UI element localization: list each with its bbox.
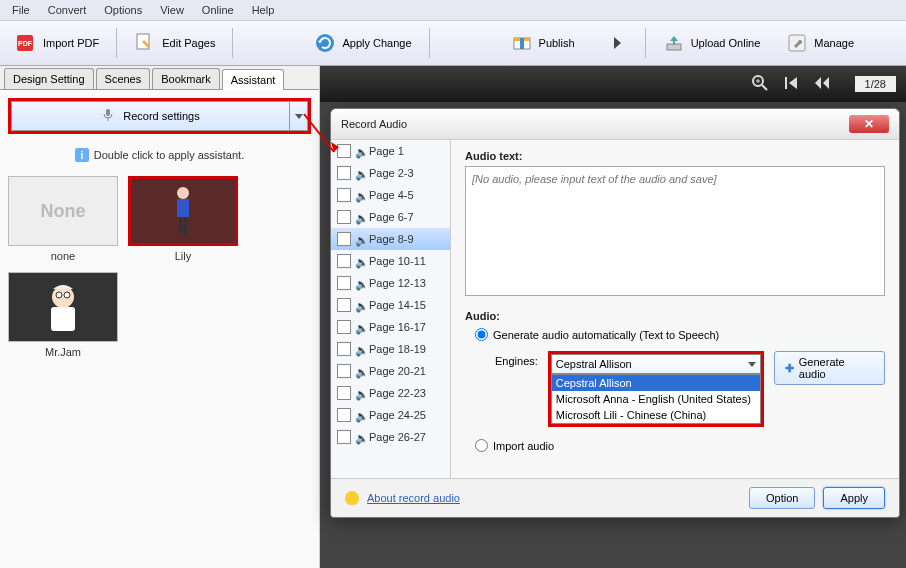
audio-label: Audio: bbox=[465, 310, 885, 322]
tab-bookmark[interactable]: Bookmark bbox=[152, 68, 220, 89]
page-icon bbox=[337, 298, 351, 312]
page-icon bbox=[337, 408, 351, 422]
engine-option[interactable]: Microsoft Anna - English (United States) bbox=[552, 391, 760, 407]
svg-rect-12 bbox=[177, 199, 189, 217]
thumb-lily[interactable]: Lily bbox=[128, 176, 238, 262]
generate-audio-button[interactable]: ✚ Generate audio bbox=[774, 351, 885, 385]
page-item[interactable]: 🔈Page 2-3 bbox=[331, 162, 450, 184]
close-button[interactable]: ✕ bbox=[849, 115, 889, 133]
page-item[interactable]: 🔈Page 22-23 bbox=[331, 382, 450, 404]
radio-import-input[interactable] bbox=[475, 439, 488, 452]
manage-label: Manage bbox=[814, 37, 854, 49]
microphone-icon bbox=[101, 108, 115, 124]
menu-view[interactable]: View bbox=[152, 2, 192, 18]
chevron-down-icon bbox=[748, 362, 756, 367]
svg-rect-6 bbox=[520, 38, 524, 49]
page-icon bbox=[337, 386, 351, 400]
record-settings-dropdown[interactable] bbox=[290, 101, 308, 131]
page-item[interactable]: 🔈Page 8-9 bbox=[331, 228, 450, 250]
sound-icon: 🔈 bbox=[355, 168, 365, 178]
page-item[interactable]: 🔈Page 24-25 bbox=[331, 404, 450, 426]
page-item[interactable]: 🔈Page 18-19 bbox=[331, 338, 450, 360]
more-icon[interactable] bbox=[614, 37, 621, 49]
apply-button[interactable]: Apply bbox=[823, 487, 885, 509]
page-item[interactable]: 🔈Page 12-13 bbox=[331, 272, 450, 294]
record-audio-dialog: Record Audio ✕ 🔈Page 1 🔈Page 2-3 🔈Page 4… bbox=[330, 108, 900, 518]
sound-icon: 🔈 bbox=[355, 278, 365, 288]
upload-online-button[interactable]: Upload Online bbox=[652, 27, 772, 59]
tab-assistant[interactable]: Assistant bbox=[222, 69, 285, 90]
svg-rect-9 bbox=[106, 109, 110, 116]
engine-option[interactable]: Cepstral Allison bbox=[552, 375, 760, 391]
generate-audio-label: Generate audio bbox=[799, 356, 874, 380]
page-item[interactable]: 🔈Page 4-5 bbox=[331, 184, 450, 206]
tab-scenes[interactable]: Scenes bbox=[96, 68, 151, 89]
menu-online[interactable]: Online bbox=[194, 2, 242, 18]
edit-pages-button[interactable]: Edit Pages bbox=[123, 27, 226, 59]
page-item[interactable]: 🔈Page 1 bbox=[331, 140, 450, 162]
page-icon bbox=[337, 364, 351, 378]
import-pdf-label: Import PDF bbox=[43, 37, 99, 49]
thumb-label: Mr.Jam bbox=[8, 346, 118, 358]
thumb-none[interactable]: None none bbox=[8, 176, 118, 262]
radio-generate[interactable]: Generate audio automatically (Text to Sp… bbox=[475, 328, 885, 341]
thumbnail-grid: None none Lily Mr.Jam bbox=[0, 168, 319, 366]
option-button[interactable]: Option bbox=[749, 487, 815, 509]
page-icon bbox=[337, 320, 351, 334]
page-item[interactable]: 🔈Page 10-11 bbox=[331, 250, 450, 272]
page-icon bbox=[337, 430, 351, 444]
manage-button[interactable]: Manage bbox=[775, 27, 865, 59]
sound-icon: 🔈 bbox=[355, 212, 365, 222]
publish-button[interactable]: Publish bbox=[500, 27, 586, 59]
engine-highlight: Cepstral Allison Cepstral Allison Micros… bbox=[548, 351, 764, 427]
chevron-down-icon bbox=[295, 114, 303, 119]
publish-icon bbox=[511, 32, 533, 54]
avatar-lily-icon bbox=[163, 181, 203, 241]
svg-rect-13 bbox=[179, 217, 182, 235]
page-item[interactable]: 🔈Page 20-21 bbox=[331, 360, 450, 382]
page-item[interactable]: 🔈Page 6-7 bbox=[331, 206, 450, 228]
tab-design-setting[interactable]: Design Setting bbox=[4, 68, 94, 89]
hint-text: Double click to apply assistant. bbox=[94, 149, 244, 161]
menu-help[interactable]: Help bbox=[244, 2, 283, 18]
page-item[interactable]: 🔈Page 14-15 bbox=[331, 294, 450, 316]
menu-options[interactable]: Options bbox=[96, 2, 150, 18]
apply-change-label: Apply Change bbox=[342, 37, 411, 49]
menu-file[interactable]: File bbox=[4, 2, 38, 18]
none-placeholder: None bbox=[41, 201, 86, 222]
engine-option[interactable]: Microsoft Lili - Chinese (China) bbox=[552, 407, 760, 423]
about-link[interactable]: About record audio bbox=[367, 492, 460, 504]
page-indicator: 1/28 bbox=[855, 76, 896, 92]
radio-generate-input[interactable] bbox=[475, 328, 488, 341]
svg-text:PDF: PDF bbox=[18, 40, 33, 47]
sound-icon: 🔈 bbox=[355, 388, 365, 398]
audio-text-input[interactable] bbox=[465, 166, 885, 296]
menubar: File Convert Options View Online Help bbox=[0, 0, 906, 21]
page-item[interactable]: 🔈Page 16-17 bbox=[331, 316, 450, 338]
menu-convert[interactable]: Convert bbox=[40, 2, 95, 18]
page-icon bbox=[337, 188, 351, 202]
sound-icon: 🔈 bbox=[355, 432, 365, 442]
svg-line-20 bbox=[762, 85, 767, 90]
page-icon bbox=[337, 210, 351, 224]
sound-icon: 🔈 bbox=[355, 234, 365, 244]
apply-change-button[interactable]: Apply Change bbox=[303, 27, 422, 59]
thumb-mrjam[interactable]: Mr.Jam bbox=[8, 272, 118, 358]
zoom-in-icon[interactable] bbox=[751, 74, 769, 94]
page-icon bbox=[337, 144, 351, 158]
prev-page-icon[interactable] bbox=[813, 75, 831, 93]
page-item[interactable]: 🔈Page 26-27 bbox=[331, 426, 450, 448]
viewer: 1/28 Record Audio ✕ 🔈Page 1 🔈Page 2-3 🔈P… bbox=[320, 66, 906, 568]
page-list[interactable]: 🔈Page 1 🔈Page 2-3 🔈Page 4-5 🔈Page 6-7 🔈P… bbox=[331, 140, 451, 478]
sound-icon: 🔈 bbox=[355, 190, 365, 200]
radio-import[interactable]: Import audio bbox=[475, 439, 885, 452]
record-settings-label: Record settings bbox=[123, 110, 199, 122]
page-icon bbox=[337, 166, 351, 180]
svg-point-17 bbox=[64, 292, 70, 298]
first-page-icon[interactable] bbox=[783, 75, 799, 93]
svg-point-15 bbox=[52, 286, 74, 308]
thumb-label: Lily bbox=[128, 250, 238, 262]
engine-select[interactable]: Cepstral Allison bbox=[551, 354, 761, 374]
record-settings-button[interactable]: Record settings bbox=[11, 101, 290, 131]
import-pdf-button[interactable]: PDF Import PDF bbox=[4, 27, 110, 59]
